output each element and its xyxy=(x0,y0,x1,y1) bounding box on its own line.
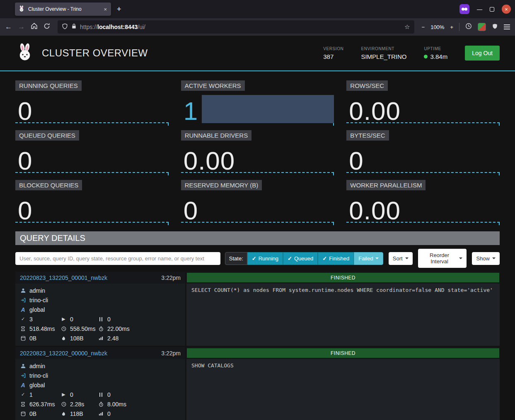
uptime-info: UPTIME 3.84m xyxy=(424,46,447,60)
filter-failed-dropdown[interactable]: Failed xyxy=(354,252,383,265)
completed-splits-check-icon: ✓ xyxy=(20,392,26,397)
source-sign-in-icon xyxy=(20,298,26,303)
query-details-title: QUERY DETAILS xyxy=(15,231,500,245)
window-restore-button[interactable] xyxy=(490,7,494,12)
query-sql-text: SHOW CATALOGS xyxy=(186,359,500,420)
lock-icon[interactable] xyxy=(71,23,77,31)
cumulative-memory-flame-icon xyxy=(60,411,67,416)
source-sign-in-icon xyxy=(20,373,26,378)
chevron-down-icon xyxy=(375,257,379,259)
sparkline xyxy=(181,222,334,223)
sparkline-fill xyxy=(202,95,334,123)
extension-mask-icon[interactable] xyxy=(459,4,469,14)
query-card: 20220823_132202_00000_nwbzk 3:22pm FINIS… xyxy=(15,347,500,420)
query-stats-panel: admin trino-cli A global ✓1 ▶0 0 626.37m… xyxy=(15,359,185,420)
query-user-row: admin xyxy=(20,361,181,371)
stat-tile-runnable-drivers: RUNNABLE DRIVERS 0.00 xyxy=(181,130,334,180)
tab-favicon-trino-bunny-icon xyxy=(18,5,25,13)
query-user-row: admin xyxy=(20,286,181,295)
query-card: 20220823_132205_00001_nwbzk 3:22pm FINIS… xyxy=(15,272,500,346)
stat-tile-bytes-sec: BYTES/SEC 0 xyxy=(346,130,500,180)
stat-tile-active-workers: ACTIVE WORKERS 1 xyxy=(181,80,334,130)
home-icon[interactable] xyxy=(31,22,38,32)
completed-splits-check-icon: ✓ xyxy=(20,316,26,322)
browser-navigation-bar: ← → https://localhost:8443/ui/ ☆ − 100% … xyxy=(0,18,515,36)
back-button[interactable]: ← xyxy=(5,23,12,31)
version-info: VERSION 387 xyxy=(323,46,343,60)
window-minimize-button[interactable]: — xyxy=(477,6,482,12)
resource-group-icon: A xyxy=(20,306,26,313)
query-resource-group-row: A global xyxy=(20,305,181,314)
user-icon xyxy=(20,288,26,293)
elapsed-time-clock-icon xyxy=(60,402,67,407)
trino-bunny-logo xyxy=(15,43,34,63)
check-icon: ✓ xyxy=(252,255,256,262)
tab-close-icon[interactable]: × xyxy=(103,6,108,12)
parallelism-chart-icon xyxy=(98,336,104,340)
query-status-badge: FINISHED xyxy=(187,273,499,282)
chevron-down-icon xyxy=(459,257,462,259)
elapsed-time-clock-icon xyxy=(60,326,67,331)
filter-queued-button[interactable]: ✓ Queued xyxy=(283,252,318,265)
chevron-down-icon xyxy=(405,257,409,259)
cluster-header: CLUSTER OVERVIEW VERSION 387 ENVIRONMENT… xyxy=(0,36,515,71)
reload-icon[interactable] xyxy=(44,23,50,32)
cpu-time-stopwatch-icon xyxy=(98,326,104,331)
running-splits-play-icon: ▶ xyxy=(60,392,67,397)
extension-icon[interactable] xyxy=(478,23,486,31)
cluster-stats-grid: RUNNING QUERIES 0 ACTIVE WORKERS 1 ROWS/… xyxy=(15,80,500,230)
query-time: 3:22pm xyxy=(161,274,181,281)
bookmark-star-icon[interactable]: ☆ xyxy=(404,23,410,31)
protections-shield-icon[interactable] xyxy=(492,23,498,31)
query-id-link[interactable]: 20220823_132202_00000_nwbzk xyxy=(20,350,107,357)
state-filter-label: State: xyxy=(225,252,247,265)
forward-button[interactable]: → xyxy=(18,23,25,31)
resource-group-icon: A xyxy=(20,382,26,388)
current-memory-database-icon xyxy=(20,336,26,341)
environment-info: ENVIRONMENT SIMPLE_TRINO xyxy=(361,46,406,60)
query-sql-text: SELECT COUNT(*) as nodes FROM system.run… xyxy=(186,284,500,346)
user-icon xyxy=(20,364,26,369)
running-splits-play-icon: ▶ xyxy=(60,316,67,322)
query-source-row: trino-cli xyxy=(20,371,181,380)
wall-time-hourglass-icon xyxy=(20,326,26,331)
sparkline xyxy=(15,122,169,123)
query-memory-row: 0B 108B 2.48 xyxy=(20,333,181,343)
page-title: CLUSTER OVERVIEW xyxy=(42,47,148,59)
tracking-shield-icon[interactable] xyxy=(62,23,68,31)
filter-finished-button[interactable]: ✓ Finished xyxy=(318,252,354,265)
query-card-header: 20220823_132205_00001_nwbzk 3:22pm xyxy=(15,272,185,284)
query-filter-toolbar: State: ✓ Running ✓ Queued ✓ Finished Fai… xyxy=(15,249,500,268)
new-tab-button[interactable]: + xyxy=(117,5,121,14)
query-search-input[interactable] xyxy=(15,252,220,265)
browser-tab[interactable]: Cluster Overview - Trino × xyxy=(15,2,111,16)
stat-tile-queued-queries: QUEUED QUERIES 0 xyxy=(15,130,169,180)
reorder-interval-dropdown[interactable]: Reorder Interval xyxy=(418,249,467,268)
zoom-in-button[interactable]: + xyxy=(450,24,453,30)
window-close-button[interactable]: × xyxy=(502,5,511,14)
check-icon: ✓ xyxy=(288,255,292,262)
stat-tile-blocked-queries: BLOCKED QUERIES 0 xyxy=(15,180,169,230)
query-source-row: trino-cli xyxy=(20,295,181,305)
show-dropdown[interactable]: Show xyxy=(472,252,500,265)
stat-tile-rows-sec: ROWS/SEC 0.00 xyxy=(346,80,500,130)
query-stats-panel: admin trino-cli A global ✓3 ▶0 0 518.48m… xyxy=(15,284,185,346)
stat-tile-running-queries: RUNNING QUERIES 0 xyxy=(15,80,169,130)
query-id-link[interactable]: 20220823_132205_00001_nwbzk xyxy=(20,274,107,281)
queued-splits-pause-icon xyxy=(98,393,104,397)
check-icon: ✓ xyxy=(322,255,327,262)
tab-title: Cluster Overview - Trino xyxy=(28,6,99,12)
filter-running-button[interactable]: ✓ Running xyxy=(247,252,283,265)
menu-hamburger-icon[interactable] xyxy=(504,24,510,29)
query-time: 3:22pm xyxy=(161,350,181,357)
url-bar[interactable]: https://localhost:8443/ui/ ☆ xyxy=(58,20,414,34)
zoom-out-button[interactable]: − xyxy=(422,24,425,30)
history-clock-icon[interactable] xyxy=(465,23,472,31)
sort-dropdown[interactable]: Sort xyxy=(389,252,413,265)
logout-button[interactable]: Log Out xyxy=(465,46,500,61)
query-details-section: QUERY DETAILS State: ✓ Running ✓ Queued … xyxy=(15,231,500,420)
zoom-level[interactable]: 100% xyxy=(430,24,444,30)
cumulative-memory-flame-icon xyxy=(60,336,67,341)
query-memory-row: 0B 118B 0 xyxy=(20,409,181,418)
sparkline xyxy=(15,172,169,173)
